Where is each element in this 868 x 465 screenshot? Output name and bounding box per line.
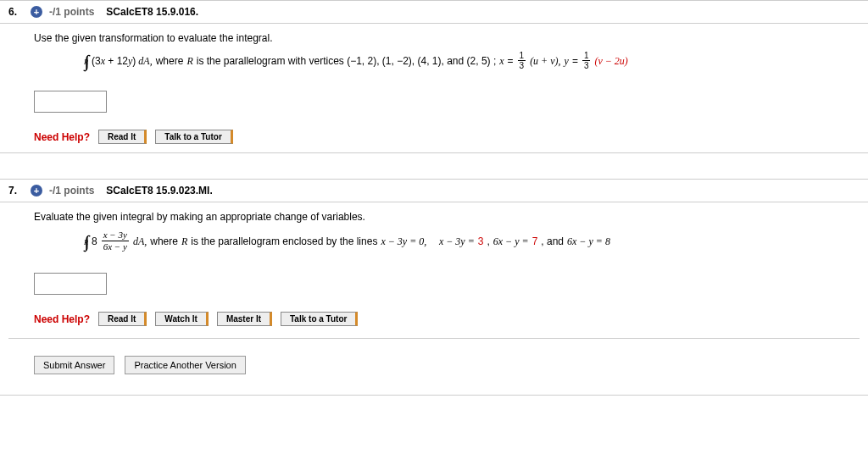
integral-expression: ∫∫ R (3x + 12y) dA, where R is the paral…: [85, 51, 860, 70]
fraction-one-third-2: 1 3: [582, 51, 591, 70]
t: x − 3y = 0,: [381, 232, 426, 251]
reference-id: SCalcET8 15.9.023.MI.: [106, 185, 212, 197]
integral-region: R: [84, 234, 88, 252]
t: x − 3y =: [439, 232, 475, 251]
integrand-fraction: x − 3y 6x − y: [102, 230, 129, 252]
practice-another-button[interactable]: Practice Another Version: [125, 356, 245, 374]
t: 6x − y: [102, 241, 129, 252]
t: 3: [582, 61, 591, 70]
where-text: where: [156, 52, 184, 70]
question-6: 6. + -/1 points SCalcET8 15.9.016. Use t…: [0, 0, 868, 153]
divider: [8, 338, 860, 339]
t: (3: [92, 55, 101, 67]
highlighted-term: 7: [532, 232, 538, 251]
t: 3: [518, 61, 526, 70]
reference-id: SCalcET8 15.9.016.: [106, 6, 198, 18]
t: (u + v),: [530, 52, 560, 70]
t: 6x − y =: [493, 232, 529, 251]
need-help-label: Need Help?: [34, 313, 90, 325]
question-header: 7. + -/1 points SCalcET8 15.9.023.MI.: [0, 180, 868, 202]
question-7: 7. + -/1 points SCalcET8 15.9.023.MI. Ev…: [0, 179, 868, 396]
plus-icon[interactable]: +: [31, 6, 42, 18]
question-number: 7.: [8, 185, 24, 197]
instruction-text: Use the given transformation to evaluate…: [34, 32, 860, 44]
region-var: R: [186, 52, 192, 70]
talk-to-tutor-button[interactable]: Talk to a Tutor: [281, 312, 358, 326]
question-body: Use the given transformation to evaluate…: [0, 24, 868, 152]
help-row: Need Help? Read It Talk to a Tutor: [34, 130, 860, 144]
question-number: 6.: [8, 6, 24, 18]
t: 1: [518, 51, 526, 61]
answer-input[interactable]: [34, 91, 107, 113]
t: , and: [541, 232, 564, 251]
coefficient: 8: [92, 232, 97, 251]
t: + 12: [105, 55, 128, 67]
need-help-label: Need Help?: [34, 131, 90, 143]
t: 1: [582, 51, 591, 61]
where-text: where: [150, 232, 178, 251]
integral-region: R: [84, 53, 88, 72]
read-it-button[interactable]: Read It: [98, 312, 147, 326]
submit-row: Submit Answer Practice Another Version: [34, 356, 860, 386]
submit-answer-button[interactable]: Submit Answer: [34, 356, 114, 374]
t: =: [572, 52, 578, 70]
t: =: [508, 52, 514, 70]
instruction-text: Evaluate the given integral by making an…: [34, 211, 860, 223]
master-it-button[interactable]: Master It: [217, 312, 272, 326]
plus-icon[interactable]: +: [31, 185, 42, 197]
t: y: [565, 52, 569, 70]
region-desc: is the parallelogram enclosed by the lin…: [191, 232, 377, 251]
region-desc: is the parallelogram with vertices (−1, …: [197, 52, 496, 70]
fraction-one-third-1: 1 3: [518, 51, 526, 70]
answer-input[interactable]: [34, 273, 107, 295]
help-row: Need Help? Read It Watch It Master It Ta…: [34, 312, 860, 326]
t: x: [499, 52, 504, 70]
highlighted-term: (v − 2u): [594, 52, 627, 70]
region-var: R: [181, 232, 187, 251]
highlighted-term: 3: [478, 232, 484, 251]
integrand: (3x + 12y) dA,: [92, 52, 153, 70]
watch-it-button[interactable]: Watch It: [155, 312, 209, 326]
t: ,: [487, 232, 489, 251]
points-label: -/1 points: [49, 185, 94, 197]
t: x − 3y: [102, 230, 129, 241]
t: dA,: [136, 55, 152, 67]
t: dA,: [133, 232, 147, 251]
points-label: -/1 points: [49, 6, 94, 18]
question-body: Evaluate the given integral by making an…: [0, 202, 868, 395]
question-header: 6. + -/1 points SCalcET8 15.9.016.: [0, 1, 868, 24]
read-it-button[interactable]: Read It: [98, 130, 147, 144]
t: 6x − y = 8: [567, 232, 610, 251]
integral-expression: ∫∫ R 8 x − 3y 6x − y dA, where R is the …: [85, 230, 860, 252]
talk-to-tutor-button[interactable]: Talk to a Tutor: [155, 130, 232, 144]
